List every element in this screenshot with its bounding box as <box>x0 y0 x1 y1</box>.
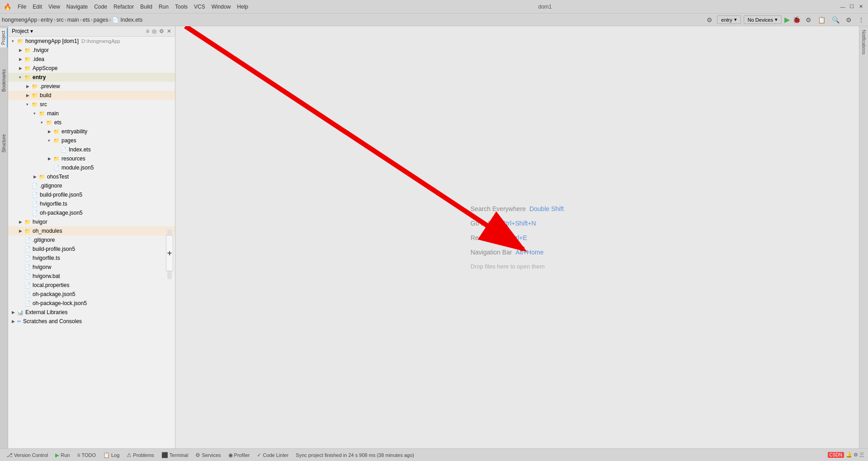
panel-close-icon[interactable]: ✕ <box>167 28 171 34</box>
breadcrumb-main[interactable]: main <box>67 17 79 23</box>
tree-extlibs[interactable]: ▶ 📊 External Libraries <box>8 308 175 317</box>
menu-build[interactable]: Build <box>137 3 155 11</box>
tree-hvigor2[interactable]: ▶ 📁 hvigor <box>8 217 175 226</box>
tree-scratches[interactable]: ▶ ✏ Scratches and Consoles <box>8 317 175 326</box>
settings-main-icon[interactable]: ⚙ <box>844 15 854 24</box>
goto-hint-key: Ctrl+Shift+N <box>501 220 536 227</box>
breadcrumb-file-icon: 📄 <box>112 17 119 23</box>
minimize-button[interactable]: — <box>839 3 846 10</box>
collapse-all-icon[interactable]: ≡ <box>146 28 149 34</box>
gitignore2-icon: 📄 <box>24 237 31 243</box>
menu-code[interactable]: Code <box>91 3 110 11</box>
services-item[interactable]: ⚙ Services <box>193 451 223 459</box>
services-icon: ⚙ <box>195 452 200 458</box>
menu-file[interactable]: File <box>15 3 29 11</box>
run-status-icon: ▶ <box>55 452 59 458</box>
panel-dropdown-icon[interactable]: ▾ <box>30 28 33 34</box>
modulejson-file-icon: 📄 <box>53 165 60 171</box>
entry-selector[interactable]: entry ▾ <box>717 15 741 24</box>
tree-main[interactable]: ▾ 📁 main <box>8 109 175 118</box>
problems-item[interactable]: ⚠ Problems <box>124 451 156 459</box>
menu-edit[interactable]: Edit <box>30 3 45 11</box>
menu-view[interactable]: View <box>46 3 63 11</box>
code-linter-item[interactable]: ✓ Code Linter <box>254 451 291 459</box>
breadcrumb-ets[interactable]: ets <box>83 17 90 23</box>
breadcrumb-sep6: › <box>109 17 111 23</box>
project-tab[interactable]: Project <box>0 28 8 47</box>
breadcrumb-pages[interactable]: pages <box>94 17 108 23</box>
tree-ets[interactable]: ▾ 📁 ets <box>8 118 175 127</box>
tree-ohostest[interactable]: ▶ 📁 ohosTest <box>8 172 175 181</box>
close-button[interactable]: ✕ <box>857 3 864 10</box>
structure-tab[interactable]: Structure <box>0 132 7 155</box>
tree-indexets[interactable]: ▶ 📄 Index.ets <box>8 145 175 154</box>
tree-preview[interactable]: ▶ 📁 .preview <box>8 82 175 91</box>
root-path: D:\hongmengApp <box>81 38 120 44</box>
breadcrumb-filename[interactable]: Index.ets <box>121 17 143 23</box>
menu-refactor[interactable]: Refactor <box>111 3 137 11</box>
tree-ohpackagelock[interactable]: ▶ 📄 oh-package-lock.json5 <box>8 299 175 308</box>
locate-icon[interactable]: ◎ <box>152 28 156 34</box>
tree-pages[interactable]: ▾ 📁 pages <box>8 136 175 145</box>
run-status-label: Run <box>61 452 70 458</box>
log-item[interactable]: 📋 Log <box>100 451 122 459</box>
hvigorw-label: hvigorw <box>33 264 51 270</box>
menu-window[interactable]: Window <box>209 3 234 11</box>
tree-root[interactable]: ▾ 📁 hongmengApp [dom1] D:\hongmengApp <box>8 37 175 46</box>
todo-label: TODO <box>81 452 96 458</box>
tree-ohpackage2[interactable]: ▶ 📄 oh-package.json5 <box>8 290 175 299</box>
coverage-button[interactable]: 📋 <box>816 15 827 24</box>
maximize-button[interactable]: ☐ <box>848 3 855 10</box>
tree-hvigorw[interactable]: ▶ 📄 hvigorw <box>8 263 175 272</box>
tree-buildprofile2[interactable]: ▶ 📄 build-profile.json5 <box>8 245 175 254</box>
ets-folder-icon: 📁 <box>46 120 52 126</box>
devices-selector[interactable]: No Devices ▾ <box>744 15 782 24</box>
menu-navigate[interactable]: Navigate <box>64 3 90 11</box>
tree-hvigorfile1[interactable]: ▶ 📄 hvigorfile.ts <box>8 199 175 208</box>
breadcrumb-entry[interactable]: entry <box>41 17 53 23</box>
tree-entryability[interactable]: ▶ 📁 entryability <box>8 127 175 136</box>
breadcrumb-project[interactable]: hongmengApp <box>2 17 37 23</box>
more-icon[interactable]: ⋮ <box>856 15 866 24</box>
run-status-item[interactable]: ▶ Run <box>52 451 72 459</box>
devices-label: No Devices <box>748 17 773 23</box>
profiler-item[interactable]: ◉ Profiler <box>226 451 253 459</box>
tree-entry[interactable]: ▾ 📁 entry <box>8 73 175 82</box>
profile-button[interactable]: ⚙ <box>804 15 813 24</box>
tree-gitignore2[interactable]: ▶ 📄 .gitignore <box>8 235 175 245</box>
status-left: ⎇ Version Control ▶ Run ≡ TODO 📋 Log ⚠ P… <box>4 451 291 459</box>
bookmarks-tab[interactable]: Bookmarks <box>0 66 7 94</box>
indexets-label: Index.ets <box>69 146 91 153</box>
terminal-item[interactable]: ⬛ Terminal <box>159 451 191 459</box>
tree-resources[interactable]: ▶ 📁 resources <box>8 154 175 163</box>
debug-button[interactable]: 🐞 <box>793 16 801 24</box>
tree-hvigorfile2[interactable]: ▶ 📄 hvigorfile.ts <box>8 254 175 263</box>
tree-localprops[interactable]: ▶ 📄 local.properties <box>8 281 175 290</box>
menu-vcs[interactable]: VCS <box>191 3 208 11</box>
tree-appscope[interactable]: ▶ 📁 AppScope <box>8 64 175 73</box>
menu-run[interactable]: Run <box>156 3 171 11</box>
tree-hvigorwbat[interactable]: ▶ 📄 hvigorw.bat <box>8 272 175 281</box>
preview-arrow: ▶ <box>26 84 32 89</box>
tree-hvigor[interactable]: ▶ 📁 .hvigor <box>8 46 175 55</box>
search-everywhere-icon[interactable]: 🔍 <box>830 15 841 24</box>
panel-settings-icon[interactable]: ⚙ <box>159 28 164 34</box>
tree-ohpackage1[interactable]: ▶ 📄 oh-package.json5 <box>8 208 175 217</box>
tree-idea[interactable]: ▶ 📁 .idea <box>8 55 175 64</box>
settings-icon[interactable]: ⚙ <box>705 15 714 24</box>
notifications-tab[interactable]: Notifications <box>860 26 867 58</box>
menu-help[interactable]: Help <box>234 3 251 11</box>
todo-item[interactable]: ≡ TODO <box>74 451 99 459</box>
buildprofile1-icon: 📄 <box>32 192 38 198</box>
run-button[interactable]: ▶ <box>784 15 790 24</box>
scratches-icon: ✏ <box>17 319 21 325</box>
tree-gitignore1[interactable]: ▶ 📄 .gitignore <box>8 181 175 190</box>
tree-build[interactable]: ▶ 📁 build <box>8 91 175 100</box>
tree-modulejson[interactable]: ▶ 📄 module.json5 <box>8 163 175 172</box>
version-control-item[interactable]: ⎇ Version Control <box>4 451 51 459</box>
menu-tools[interactable]: Tools <box>172 3 190 11</box>
tree-buildprofile1[interactable]: ▶ 📄 build-profile.json5 <box>8 190 175 199</box>
tree-src[interactable]: ▾ 📁 src <box>8 100 175 109</box>
breadcrumb-src[interactable]: src <box>57 17 64 23</box>
tree-ohmodules[interactable]: ▶ 📁 oh_modules <box>8 226 175 235</box>
